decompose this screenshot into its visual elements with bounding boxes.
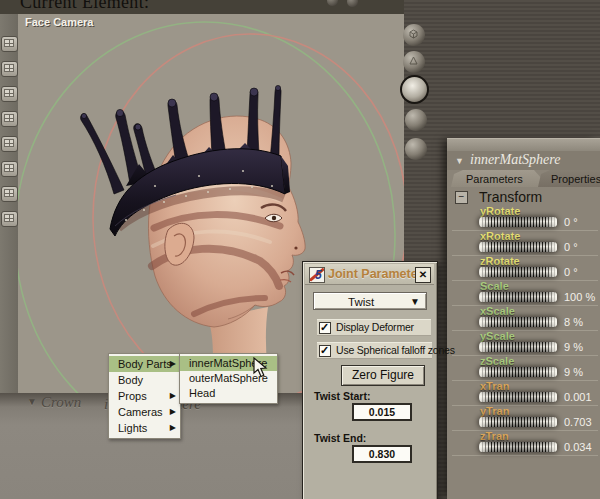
panel-grip[interactable] (447, 138, 600, 152)
dock-button[interactable] (1, 36, 18, 52)
dial-row-ztran: zTran 0.034 (452, 430, 598, 456)
menu-item-lights[interactable]: Lights ▶ (109, 420, 180, 436)
camera-control-sphere[interactable] (403, 51, 425, 73)
checkbox-label: Display Deformer (336, 321, 414, 333)
menu-item-cameras[interactable]: Cameras ▶ (109, 404, 180, 420)
dial-label: xScale (480, 305, 515, 317)
menu-item-label: Body (118, 374, 143, 386)
camera-name-label: Face Camera (25, 16, 94, 28)
panel-title: innerMatSphere (470, 152, 560, 168)
submenu-arrow-icon: ▶ (170, 404, 176, 420)
dial-label: zScale (480, 355, 514, 367)
dial-wheel[interactable] (479, 392, 557, 402)
checkbox-label: Use Spherical falloff zones (336, 344, 455, 356)
dial-value: 0 ° (564, 216, 578, 228)
dock-button[interactable] (1, 86, 18, 102)
cube-icon (408, 28, 419, 39)
element-context-menu: Body Parts ▶ Body Props ▶ Cameras ▶ Ligh… (108, 353, 181, 439)
ui-knob-icon (347, 0, 358, 7)
tab-properties[interactable]: Properties (538, 170, 600, 187)
dial-label: zTran (480, 430, 509, 442)
collapse-triangle-icon: ▼ (455, 156, 464, 166)
dial-row-xscale: xScale 8 % (452, 305, 598, 331)
triangle-icon (408, 55, 419, 66)
twist-end-input[interactable]: 0.830 (352, 445, 412, 463)
twist-start-input[interactable]: 0.015 (352, 403, 412, 421)
dock-button[interactable] (1, 161, 18, 177)
light-control-sphere[interactable] (400, 75, 429, 104)
dial-row-zscale: zScale 9 % (452, 355, 598, 381)
close-icon[interactable]: ✕ (415, 267, 431, 283)
dial-wheel[interactable] (479, 242, 557, 252)
dial-wheel[interactable] (479, 267, 557, 277)
dial-label: xRotate (480, 230, 520, 242)
dock-button[interactable] (1, 136, 18, 152)
collapse-group-button[interactable]: − (455, 191, 468, 204)
dial-label: zRotate (480, 255, 520, 267)
dial-row-scale: Scale 100 % (452, 280, 598, 306)
left-toolbar (0, 14, 19, 393)
dial-value: 0.001 (564, 391, 592, 403)
top-bar: Current Element: (0, 0, 404, 14)
current-element-label: Current Element: (20, 0, 149, 13)
dial-row-yrotate: yRotate 0 ° (452, 205, 598, 231)
light-control-sphere[interactable] (405, 109, 427, 131)
tab-label: Parameters (466, 173, 523, 185)
dial-row-yscale: yScale 9 % (452, 330, 598, 356)
dial-value: 0 ° (564, 241, 578, 253)
menu-item-body-parts[interactable]: Body Parts ▶ (109, 356, 180, 372)
dial-value: 9 % (564, 366, 583, 378)
dial-value: 0 ° (564, 266, 578, 278)
dock-button[interactable] (1, 111, 18, 127)
joint-type-dropdown[interactable]: Twist ▼ (313, 292, 427, 310)
poser-app-icon: 5 (309, 267, 325, 283)
mouse-cursor (253, 357, 268, 379)
dial-wheel[interactable] (479, 417, 557, 427)
display-deformer-checkbox[interactable]: ✓ (319, 322, 331, 334)
dial-wheel[interactable] (479, 367, 557, 377)
dock-button[interactable] (1, 186, 18, 202)
submenu-arrow-icon: ▶ (170, 356, 176, 372)
light-control-sphere[interactable] (405, 138, 427, 160)
dock-button[interactable] (1, 211, 18, 227)
dial-wheel[interactable] (479, 217, 557, 227)
palette-titlebar[interactable]: 5 Joint Parameters ✕ (305, 264, 434, 285)
dial-label: xTran (480, 380, 509, 392)
menu-item-label: Props (118, 390, 147, 402)
dial-label: yRotate (480, 205, 520, 217)
dial-value: 9 % (564, 341, 583, 353)
menu-item-label: Lights (118, 422, 147, 434)
figure-name-label: Crown (41, 394, 81, 410)
zero-figure-button[interactable]: Zero Figure (341, 365, 425, 386)
dial-label: Scale (480, 280, 509, 292)
dial-row-xtran: xTran 0.001 (452, 380, 598, 406)
figure-selector[interactable]: ▼Crown (27, 394, 81, 411)
dial-label: yTran (480, 405, 509, 417)
menu-item-body[interactable]: Body (109, 372, 180, 388)
submenu-arrow-icon: ▶ (170, 420, 176, 436)
menu-item-head[interactable]: Head (180, 386, 277, 401)
parameters-panel: ▼ innerMatSphere Parameters Properties −… (447, 138, 600, 499)
dial-row-zrotate: zRotate 0 ° (452, 255, 598, 281)
dock-button[interactable] (1, 61, 18, 77)
spherical-falloff-checkbox[interactable]: ✓ (319, 345, 331, 357)
dial-wheel[interactable] (479, 342, 557, 352)
tab-parameters[interactable]: Parameters (451, 170, 550, 187)
panel-header[interactable]: ▼ innerMatSphere (447, 151, 600, 170)
chevron-down-icon: ▼ (410, 293, 420, 311)
dropdown-value: Twist (348, 296, 374, 308)
display-deformer-row: ✓ Display Deformer (317, 319, 431, 336)
poser-app-window: Current Element: (0, 0, 600, 499)
chevron-down-icon: ▼ (27, 396, 37, 407)
joint-parameters-palette: 5 Joint Parameters ✕ Twist ▼ ✓ Display D… (302, 261, 438, 499)
submenu-arrow-icon: ▶ (170, 388, 176, 404)
twist-end-label: Twist End: (314, 432, 366, 444)
dial-wheel[interactable] (479, 292, 557, 302)
twist-start-label: Twist Start: (314, 390, 370, 402)
dial-wheel[interactable] (479, 317, 557, 327)
camera-control-sphere[interactable] (403, 24, 425, 46)
tab-label: Properties (551, 173, 600, 185)
menu-item-label: Cameras (118, 406, 163, 418)
dial-wheel[interactable] (479, 442, 557, 452)
menu-item-props[interactable]: Props ▶ (109, 388, 180, 404)
